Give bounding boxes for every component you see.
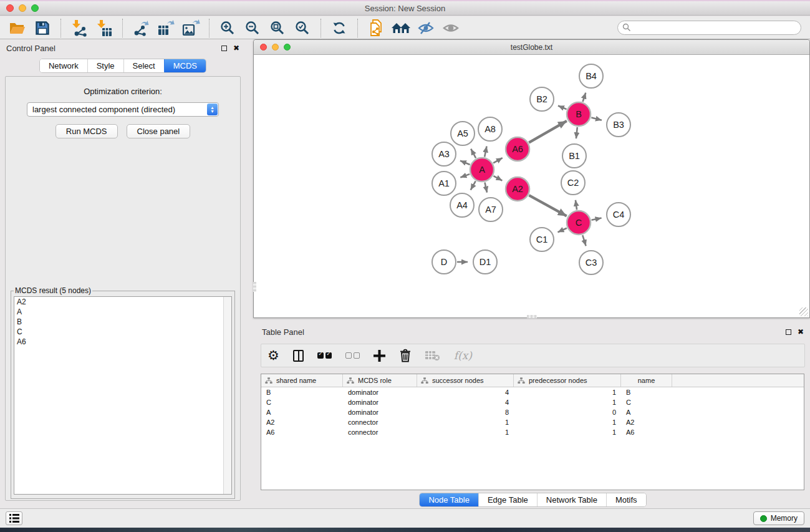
column-header-predecessor-nodes[interactable]: predecessor nodes [514,374,621,387]
bottom-edge-grip[interactable] [527,315,537,318]
node-label-D1: D1 [480,257,491,267]
network-window-titlebar[interactable]: testGlobe.txt [254,40,809,55]
edge-C-C1[interactable] [557,228,566,233]
edge-A-A8[interactable] [485,146,486,157]
control-panel-tabs: NetworkStyleSelectMCDS [39,59,206,73]
delete-column-trash-icon[interactable] [399,349,412,362]
panel-layout-icon[interactable] [293,350,304,362]
left-edge-grip[interactable] [253,282,256,292]
table-cell: B [261,389,343,396]
table-cell: 4 [417,399,514,406]
edge-B-B3[interactable] [591,117,602,120]
tab-node-table[interactable]: Node Table [420,493,478,506]
add-column-icon[interactable] [374,350,385,362]
edge-C-C4[interactable] [592,218,602,220]
close-table-panel-icon[interactable]: ✖ [798,329,804,335]
mcds-result-item[interactable]: B [14,317,231,327]
table-row[interactable]: A6connector11A6 [261,427,804,437]
column-header-name[interactable]: name [621,374,672,387]
table-cell: C [261,399,343,406]
table-cell: 8 [417,409,514,416]
close-panel-icon[interactable]: ✖ [233,46,239,51]
edge-B-B2[interactable] [558,106,567,110]
tab-select[interactable]: Select [123,59,164,72]
close-panel-button[interactable]: Close panel [127,124,191,138]
edge-A-A1[interactable] [460,174,470,177]
edge-B-B1[interactable] [576,127,577,138]
optimization-criterion-dropdown[interactable]: largest connected component (directed) ▲… [27,102,219,117]
column-header-shared-name[interactable]: shared name [261,374,343,387]
float-table-panel-icon[interactable] [786,329,791,335]
zoom-out-icon[interactable] [240,18,265,38]
tab-motifs[interactable]: Motifs [606,493,646,506]
hide-panels-eye-icon[interactable] [413,18,438,38]
edge-A6-B[interactable] [529,121,567,143]
mcds-result-item[interactable]: A6 [14,337,231,347]
mcds-result-item[interactable]: A2 [14,297,231,307]
memory-button[interactable]: Memory [753,511,804,525]
edge-A-A2[interactable] [493,176,502,181]
tab-network[interactable]: Network [40,59,87,72]
node-label-C3: C3 [586,258,597,268]
table-row[interactable]: A2connector11A2 [261,417,804,427]
edge-A-A7[interactable] [485,183,487,193]
table-row[interactable]: Adominator80A [261,407,804,417]
task-history-list-icon[interactable] [6,511,22,525]
resize-grip-icon[interactable] [799,307,808,316]
tab-edge-table[interactable]: Edge Table [478,493,537,506]
tab-style[interactable]: Style [87,59,123,72]
edge-A-A5[interactable] [471,149,476,158]
zoom-fit-icon[interactable] [265,18,290,38]
open-file-icon[interactable] [5,18,30,38]
float-panel-icon[interactable] [221,46,227,51]
node-label-A5: A5 [457,128,468,138]
zoom-in-icon[interactable] [215,18,240,38]
table-cell: dominator [343,399,417,406]
table-row[interactable]: Bdominator41B [261,387,804,397]
tab-mcds[interactable]: MCDS [164,59,206,72]
settings-gear-icon[interactable]: ⚙ [268,349,279,362]
node-label-A1: A1 [438,178,450,188]
export-image-icon[interactable] [178,18,203,38]
table-cell: dominator [343,389,417,396]
mcds-tab-content: Optimization criterion: largest connecte… [5,76,241,501]
column-header-mcds-role[interactable]: MCDS role [343,374,417,387]
edge-C-C2[interactable] [576,200,577,210]
column-header-successor-nodes[interactable]: successor nodes [417,374,514,387]
table-cell: connector [343,428,417,436]
export-table-icon[interactable] [153,18,178,38]
table-panel-tabs: Node TableEdge TableNetwork TableMotifs [419,493,646,507]
edge-B-B4[interactable] [583,93,586,102]
show-panels-eye-icon[interactable] [438,18,463,38]
main-toolbar [0,17,810,39]
edge-A-A6[interactable] [493,158,503,163]
tab-network-table[interactable]: Network Table [537,493,606,506]
network-canvas[interactable]: B4B2BB3A8A5A6A3B1AC2A1A2A4A7C4CC1C3DD1 [254,55,809,317]
mcds-result-item[interactable]: C [14,327,231,337]
memory-status-dot-icon [760,515,767,522]
refresh-view-icon[interactable] [327,18,352,38]
edge-A2-C[interactable] [529,195,566,216]
cyndex-document-icon[interactable] [364,18,388,38]
import-table-icon[interactable] [92,18,117,38]
node-label-C2: C2 [567,178,579,188]
import-network-icon[interactable] [67,18,92,38]
function-builder-icon[interactable]: f(x) [454,349,472,362]
edge-A-A3[interactable] [460,161,470,165]
run-mcds-button[interactable]: Run MCDS [55,124,118,138]
edge-A-A4[interactable] [471,181,476,190]
save-session-icon[interactable] [30,18,55,38]
result-list-scrollbar[interactable] [223,297,231,494]
home-icon[interactable] [388,18,413,38]
mcds-result-item[interactable]: A [14,307,231,317]
mcds-result-list[interactable]: A2ABCA6 [14,296,232,495]
export-network-icon[interactable] [128,18,153,38]
table-row[interactable]: Cdominator41C [261,397,804,407]
table-cell: connector [343,418,417,426]
select-all-icon[interactable] [317,352,332,359]
zoom-selected-icon[interactable] [290,18,315,38]
search-input[interactable] [617,21,801,35]
edge-C-C3[interactable] [582,235,586,246]
deselect-all-icon[interactable] [345,352,360,359]
delete-table-icon[interactable] [425,350,440,361]
